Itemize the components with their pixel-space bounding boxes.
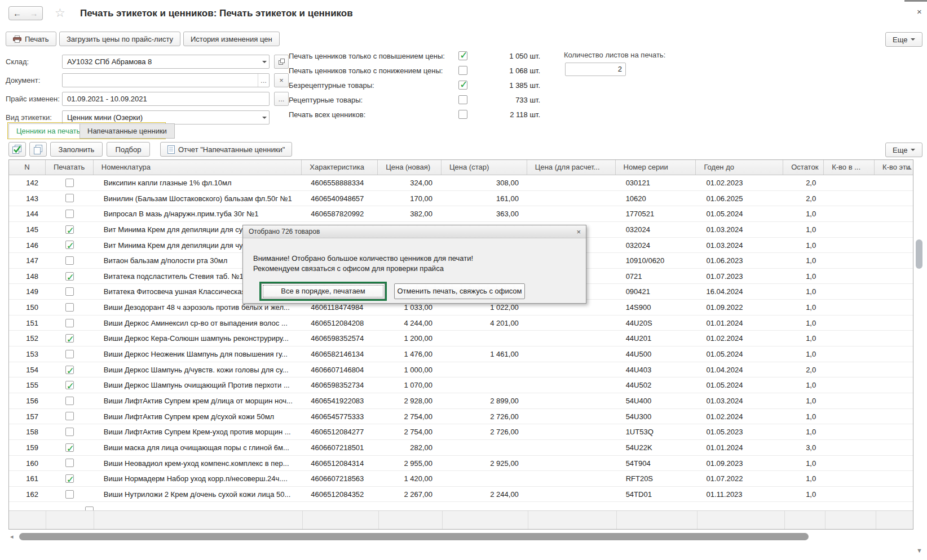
- col-header-nomenclature[interactable]: Номенклатура: [94, 160, 302, 175]
- document-label: Документ:: [6, 73, 40, 87]
- row-checkbox[interactable]: [65, 319, 74, 327]
- document-input[interactable]: ...: [62, 73, 270, 87]
- price-changed-choose-button[interactable]: ...: [274, 92, 289, 106]
- load-prices-button[interactable]: Загрузить цены по прайс-листу: [59, 32, 180, 46]
- row-checkbox[interactable]: [65, 194, 74, 202]
- row-checkbox[interactable]: [65, 397, 74, 405]
- print-button[interactable]: Печать: [6, 32, 56, 46]
- col-header-stock[interactable]: Остаток: [783, 160, 824, 175]
- row-qty-labels: [875, 238, 913, 253]
- row-checkbox[interactable]: [65, 428, 74, 436]
- col-header-qty-labels[interactable]: К-во эти: [875, 160, 913, 175]
- dialog-ok-button[interactable]: Все в порядке, печатаем: [261, 283, 385, 299]
- table-row[interactable]: 161 Виши Нормадерм Набор уход корр.п/нес…: [9, 471, 913, 487]
- chevron-down-icon[interactable]: [262, 117, 267, 121]
- row-checkbox[interactable]: [65, 179, 74, 187]
- dialog-close-icon[interactable]: ×: [576, 228, 581, 236]
- filter-count-all: 2 118 шт.: [468, 110, 540, 119]
- row-checkbox[interactable]: [65, 303, 74, 312]
- table-row[interactable]: 151 Виши Деркос Аминексил ср-во от выпад…: [9, 315, 913, 331]
- col-header-valid-until[interactable]: Годен до: [696, 160, 783, 175]
- dialog-cancel-button[interactable]: Отменить печать, свяжусь с офисом: [394, 283, 525, 299]
- row-stock: 1,0: [783, 456, 824, 471]
- window-close-icon[interactable]: ×: [917, 7, 922, 16]
- table-row[interactable]: 155 Виши Деркос Шампунь очищающий Против…: [9, 377, 913, 393]
- col-header-qty-in[interactable]: К-во в ...: [824, 160, 875, 175]
- table-row-partial[interactable]: [9, 502, 913, 510]
- filter-checkbox-otc[interactable]: [458, 81, 467, 90]
- col-header-series[interactable]: Номер серии: [616, 160, 696, 175]
- table-row[interactable]: 142 Виксипин капли глазные 1% фл.10мл 46…: [9, 175, 913, 191]
- table-row[interactable]: 152 Виши Деркос Кера-Солюшн шампунь реко…: [9, 331, 913, 346]
- row-checkbox[interactable]: [65, 443, 74, 452]
- row-price-old: 2 925,00: [442, 456, 527, 471]
- sheets-count-input[interactable]: 2: [565, 63, 626, 76]
- check-all-button[interactable]: [8, 142, 26, 157]
- row-checkbox[interactable]: [65, 287, 74, 296]
- row-series: 54U300: [616, 409, 696, 424]
- more-button-top[interactable]: Еще: [885, 32, 922, 47]
- filter-checkbox-lower[interactable]: [458, 66, 467, 75]
- copy-rows-button[interactable]: [29, 142, 47, 157]
- filter-checkbox-all[interactable]: [458, 110, 467, 119]
- row-stock: 1,0: [783, 284, 824, 299]
- row-price-calc: [527, 175, 616, 190]
- warehouse-open-button[interactable]: [274, 55, 289, 69]
- row-checkbox[interactable]: [65, 381, 74, 389]
- table-row[interactable]: 160 Виши Неовадиол крем-уход компенс.ком…: [9, 456, 913, 472]
- row-nomenclature: Виши ЛифтАктив Супрем Крем-уход против м…: [94, 424, 302, 439]
- table-row[interactable]: 154 Виши Деркос Шампунь д/чувств. кожи г…: [9, 362, 913, 378]
- col-header-characteristic[interactable]: Характеристика: [302, 160, 378, 175]
- col-header-n[interactable]: N: [9, 160, 46, 175]
- table-row[interactable]: 144 Випросал В мазь д/наружн.прим.туба 3…: [9, 206, 913, 222]
- pick-button[interactable]: Подбор: [107, 142, 150, 157]
- table-row[interactable]: 143 Винилин (Бальзам Шостаковского) баль…: [9, 191, 913, 207]
- chevron-down-icon[interactable]: [262, 61, 267, 65]
- row-checkbox[interactable]: [65, 334, 74, 343]
- more-button-table[interactable]: Еще: [885, 143, 922, 157]
- vertical-scrollbar-thumb[interactable]: [916, 239, 922, 269]
- forward-button[interactable]: →: [25, 6, 43, 20]
- row-checkbox[interactable]: [65, 225, 74, 234]
- warehouse-input[interactable]: АУ1032 СПб Абрамова 8: [62, 55, 270, 69]
- scroll-down-icon[interactable]: ▼: [916, 547, 922, 554]
- row-series: 0721: [616, 269, 696, 284]
- price-history-button[interactable]: История изменения цен: [183, 32, 280, 46]
- back-button[interactable]: ←: [8, 6, 26, 20]
- row-checkbox[interactable]: [65, 241, 74, 249]
- col-header-price-old[interactable]: Цена (стар): [442, 160, 527, 175]
- tab-printed-price-tags[interactable]: Напечатанные ценники: [80, 123, 175, 139]
- row-checkbox[interactable]: [65, 272, 74, 281]
- row-characteristic: 4606512084314: [302, 456, 378, 471]
- table-row[interactable]: 156 Виши ЛифтАктив Супрем крем д/лица от…: [9, 393, 913, 409]
- filter-checkbox-raise[interactable]: [458, 51, 467, 60]
- col-header-price-calc[interactable]: Цена (для расчет...: [527, 160, 616, 175]
- document-choose-button[interactable]: ...: [258, 74, 269, 87]
- col-header-print[interactable]: Печатать: [46, 160, 94, 175]
- price-changed-input[interactable]: 01.09.2021 - 10.09.2021: [62, 92, 270, 106]
- row-checkbox[interactable]: [65, 459, 74, 467]
- row-checkbox[interactable]: [65, 412, 74, 420]
- table-row[interactable]: 162 Виши Нутриложи 2 Крем д/очень сухой …: [9, 487, 913, 503]
- table-row[interactable]: 159 Виши маска для лица очищающая поры с…: [9, 440, 913, 456]
- row-checkbox[interactable]: [65, 366, 74, 374]
- row-checkbox[interactable]: [65, 210, 74, 218]
- row-checkbox[interactable]: [65, 350, 74, 358]
- fill-button[interactable]: Заполнить: [50, 142, 103, 157]
- document-clear-button[interactable]: ×: [274, 73, 289, 87]
- report-button[interactable]: Отчет "Напечатанные ценники": [160, 142, 292, 157]
- row-qty-in: [824, 456, 875, 471]
- favorite-star-icon[interactable]: ☆: [55, 6, 65, 20]
- row-checkbox[interactable]: [65, 256, 74, 265]
- table-row[interactable]: 157 Виши ЛифтАктив Супрем крем д/сухой к…: [9, 409, 913, 425]
- tab-price-tags-to-print[interactable]: Ценники на печать: [8, 123, 88, 139]
- horizontal-scrollbar-thumb[interactable]: [19, 533, 809, 540]
- row-checkbox[interactable]: [65, 490, 74, 499]
- filter-checkbox-rx[interactable]: [458, 95, 467, 104]
- row-checkbox[interactable]: [65, 474, 74, 483]
- scroll-left-icon[interactable]: ◂: [10, 533, 14, 540]
- col-header-price-new[interactable]: Цена (новая): [378, 160, 442, 175]
- table-row[interactable]: 153 Виши Деркос Неоженик Шампунь для пов…: [9, 346, 913, 362]
- table-row[interactable]: 158 Виши ЛифтАктив Супрем Крем-уход прот…: [9, 424, 913, 440]
- row-nomenclature: Виши Деркос Кера-Солюшн шампунь реконстр…: [94, 331, 302, 346]
